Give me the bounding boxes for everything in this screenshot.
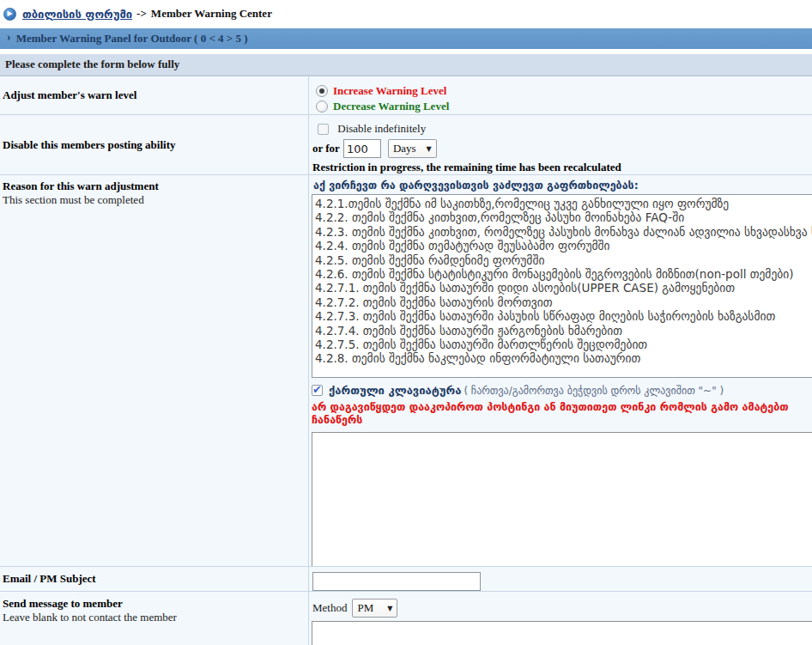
email-subject-input[interactable] [312, 572, 481, 591]
duration-unit-value: Days [393, 142, 416, 155]
violation-option[interactable]: 4.2.8. თემის შექმნა ნაკლებად ინფორმატიულ… [315, 351, 812, 365]
warn-level-options-cell: Increase Warning Level Decrease Warning … [309, 76, 812, 114]
disable-indefinitely-checkbox[interactable] [318, 124, 329, 135]
violation-option[interactable]: 4.2.2. თემის შექმნა კითხვით,რომელზეც პას… [315, 210, 812, 224]
or-for-label: or for [312, 142, 340, 155]
copy-post-warning-note: არ დაგავიწყდეთ დააკოპიროთ პოსტინგი ან მი… [312, 400, 812, 426]
forum-nav-icon: ▶ [3, 8, 16, 21]
reason-row: Reason for this warn adjustment This sec… [0, 175, 812, 567]
panel-title-bar: › Member Warning Panel for Outdoor ( 0 <… [0, 28, 812, 49]
warning-form: Adjust member's warn level Increase Warn… [0, 76, 812, 645]
select-caret-icon: ▼ [387, 605, 392, 612]
send-message-sublabel: Leave blank to not contact the member [3, 611, 308, 624]
reason-content-cell: აქ ვირჩევთ რა დარღვევისთვის ვაძლევთ გაფრ… [309, 175, 812, 566]
email-subject-row: Email / PM Subject [0, 567, 812, 592]
posting-ability-row: Disable this members posting ability Dis… [0, 115, 812, 175]
warn-level-label-cell: Adjust member's warn level [0, 76, 309, 114]
select-caret-icon: ▼ [427, 145, 432, 153]
violation-option[interactable]: 4.2.4. თემის შექმნა თემატურად შეუსაბამო … [315, 239, 812, 253]
increase-warning-radio[interactable] [316, 85, 328, 97]
duration-input[interactable] [343, 139, 381, 158]
title-arrow-icon: › [7, 31, 11, 45]
method-select[interactable]: PM ▼ [352, 599, 397, 618]
disable-indefinitely-label[interactable]: Disable indefinitely [337, 122, 426, 135]
message-textarea[interactable] [312, 621, 812, 645]
violation-option[interactable]: 4.2.7.2. თემის შექმნა სათაურის მორთვით [315, 295, 812, 309]
form-instruction-bar: Please complete the form below fully [0, 54, 812, 76]
georgian-keyboard-note: ( ჩართვა/გამორთვა ბეჭდვის დროს კლავიშით … [464, 385, 724, 397]
warn-level-label: Adjust member's warn level [3, 88, 308, 102]
send-message-row: Send message to member Leave blank to no… [0, 592, 812, 645]
violation-option[interactable]: 4.2.7.1. თემის შექმნა სათაურში დიდი ასოე… [315, 281, 812, 295]
email-subject-label-cell: Email / PM Subject [0, 567, 309, 591]
reason-sublabel: This section must be completed [3, 193, 308, 207]
email-subject-label: Email / PM Subject [3, 572, 308, 586]
violation-option[interactable]: 4.2.5. თემის შექმნა რამდენიმე ფორუმში [315, 253, 812, 267]
form-instruction: Please complete the form below fully [5, 58, 179, 71]
panel-title: Member Warning Panel for Outdoor ( 0 < 4… [16, 32, 248, 46]
breadcrumb-separator: -> [136, 7, 147, 21]
breadcrumb: ▶ თბილისის ფორუმი -> Member Warning Cent… [3, 3, 272, 25]
send-message-content-cell: Method PM ▼ [309, 592, 812, 645]
email-subject-input-cell [309, 567, 812, 591]
reason-label: Reason for this warn adjustment [3, 180, 308, 193]
send-message-label: Send message to member [3, 597, 308, 611]
violation-option[interactable]: 4.2.1.თემის შექმნა იმ საკითხზე,რომელიც უ… [315, 197, 812, 210]
violation-list-heading: აქ ვირჩევთ რა დარღვევისთვის ვაძლევთ გაფრ… [313, 179, 812, 192]
breadcrumb-forum-link[interactable]: თბილისის ფორუმი [22, 8, 132, 21]
violation-listbox[interactable]: 4.2.1.თემის შექმნა იმ საკითხზე,რომელიც უ… [312, 194, 812, 378]
method-value: PM [357, 601, 373, 615]
warn-level-row: Adjust member's warn level Increase Warn… [0, 76, 812, 115]
violation-option[interactable]: 4.2.6. თემის შექმნა სტატისტიკური მონაცემ… [315, 267, 812, 281]
violation-option[interactable]: 4.2.7.5. თემის შექმნა სათაურში მართლწერი… [315, 338, 812, 351]
violation-option[interactable]: 4.2.3. თემის შექმნა კითხვით, რომელზეც პა… [315, 225, 812, 239]
posting-label-cell: Disable this members posting ability [0, 115, 309, 174]
duration-unit-select[interactable]: Days ▼ [388, 139, 437, 158]
breadcrumb-current-page: Member Warning Center [151, 7, 272, 21]
method-label: Method [312, 601, 347, 615]
posting-ability-label: Disable this members posting ability [3, 138, 308, 152]
posting-options-cell: Disable indefinitely or for Days ▼ Restr… [309, 115, 812, 174]
violation-option[interactable]: 4.2.7.4. თემის შექმნა სათაურში ჟარგონები… [315, 324, 812, 338]
restriction-note: Restriction in progress, the remaining t… [312, 161, 812, 174]
decrease-warning-radio[interactable] [316, 100, 328, 113]
decrease-warning-label[interactable]: Decrease Warning Level [333, 100, 449, 113]
send-message-label-cell: Send message to member Leave blank to no… [0, 592, 309, 645]
increase-warning-label[interactable]: Increase Warning Level [333, 84, 446, 98]
reason-label-cell: Reason for this warn adjustment This sec… [0, 175, 309, 566]
reason-textarea[interactable] [312, 432, 812, 566]
violation-option[interactable]: 4.2.7.3. თემის შექმნა სათაურში პასუხის ს… [315, 309, 812, 323]
georgian-keyboard-checkbox[interactable] [312, 385, 323, 396]
georgian-keyboard-label[interactable]: ქართული კლავიატურა [329, 384, 461, 397]
